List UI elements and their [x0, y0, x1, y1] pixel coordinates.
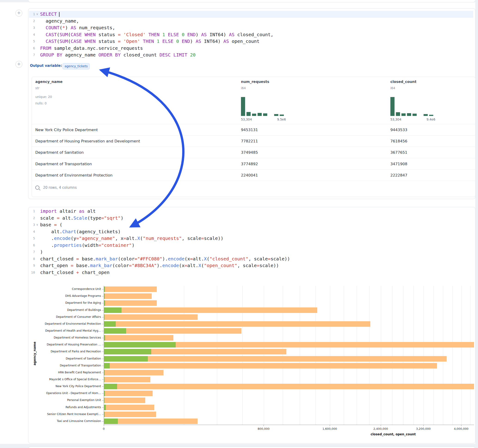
- code-token: INT64): [207, 32, 229, 37]
- y-axis-tick: [102, 380, 104, 380]
- table-cell: 9453131: [241, 124, 258, 136]
- open-count-bar: [104, 377, 104, 382]
- code-token: scale)): [271, 256, 290, 261]
- table-cell: Department of Housing Preservation and D…: [35, 136, 140, 147]
- code-text: scale = alt.Scale(type="sqrt"): [40, 215, 123, 222]
- code-token: =: [123, 236, 126, 241]
- code-line[interactable]: 1∨SELECT: [29, 11, 473, 18]
- code-line[interactable]: 3 COUNT(*) AS num_requests,: [29, 25, 473, 31]
- code-token: closed_count,: [234, 32, 273, 37]
- code-token: , scale: [182, 236, 201, 241]
- python-code-editor[interactable]: 1import altair as alt2scale = alt.Scale(…: [29, 208, 473, 276]
- code-token: "open_count": [204, 263, 238, 268]
- code-token: =: [76, 256, 79, 261]
- code-token: [82, 32, 85, 37]
- code-token: encode: [54, 236, 70, 241]
- code-line[interactable]: 1import altair as alt: [29, 208, 473, 215]
- code-token: =: [268, 256, 270, 261]
- code-token: (: [207, 256, 210, 261]
- column-stat: nulls: 0: [35, 101, 47, 105]
- output-variable-chip[interactable]: agency_tickets: [63, 63, 90, 69]
- code-line[interactable]: 4 CAST(SUM(CASE WHEN status = 'Closed' T…: [29, 31, 473, 38]
- code-token: alt.: [126, 236, 137, 241]
- gridline: [283, 286, 283, 425]
- code-token: alt.: [187, 263, 198, 268]
- code-token: =: [118, 38, 121, 44]
- gridline: [344, 286, 344, 425]
- table-row[interactable]: New York City Police Department945313194…: [32, 124, 475, 136]
- code-token: chart_closed: [40, 256, 76, 261]
- y-axis-label: Mayorâ€ s Office of Special Enforce…: [28, 378, 101, 381]
- gridline: [315, 286, 316, 425]
- code-token: scale)): [259, 263, 279, 268]
- gridline: [470, 286, 470, 425]
- code-line[interactable]: 6FROM sample_data.nyc.service_requests: [29, 45, 473, 52]
- search-icon[interactable]: [35, 186, 39, 190]
- plus-icon: +: [17, 10, 21, 15]
- code-token: [121, 32, 123, 37]
- table-row[interactable]: Department of Transportation377489234719…: [32, 158, 475, 170]
- y-axis-label: Taxi and Limousine Commission: [28, 419, 101, 423]
- line-number: 1: [29, 11, 35, 18]
- open-count-bar: [104, 398, 104, 403]
- fold-chevron-icon[interactable]: ∨: [36, 221, 38, 228]
- code-line[interactable]: 10chart_closed + chart_open: [29, 269, 473, 276]
- y-axis-tick: [102, 317, 104, 317]
- code-token: [179, 38, 182, 44]
- gridline: [300, 286, 300, 425]
- code-line[interactable]: 7): [29, 249, 473, 255]
- code-line[interactable]: 3∨base = (: [29, 221, 473, 228]
- line-number: 5: [29, 235, 35, 242]
- column-header[interactable]: agency_name: [35, 80, 63, 84]
- table-cell: 2240041: [241, 170, 258, 181]
- column-header[interactable]: closed_count: [390, 80, 416, 84]
- x-axis-tick: [381, 425, 381, 426]
- code-line[interactable]: 6 .properties(width="container"): [29, 242, 473, 249]
- sql-code-editor[interactable]: 1∨SELECT2 agency_name,3 COUNT(*) AS num_…: [29, 11, 473, 59]
- table-cell: 3471908: [390, 158, 408, 170]
- code-token: scale: [40, 215, 57, 221]
- code-token: =: [76, 236, 79, 241]
- code-line[interactable]: 7GROUP BY agency_name ORDER BY closed_co…: [29, 52, 473, 59]
- code-token: chart_open: [79, 270, 110, 275]
- column-header[interactable]: num_requests: [241, 80, 269, 84]
- code-token: (color: [118, 256, 134, 261]
- code-line[interactable]: 2 agency_name,: [29, 18, 473, 25]
- table-row[interactable]: Department of Sanitation37494853677651: [32, 147, 475, 158]
- histogram-min-label: 53,304: [390, 118, 401, 121]
- open-count-bar: [104, 349, 151, 355]
- code-token: chart_open: [40, 263, 70, 268]
- x-axis-tick: [104, 425, 104, 426]
- table-row[interactable]: Department of Housing Preservation and D…: [32, 135, 475, 147]
- closed-count-bar: [104, 370, 164, 375]
- add-cell-button[interactable]: +: [15, 10, 22, 17]
- code-token: =: [184, 263, 187, 268]
- code-line[interactable]: 8chart_closed = base.mark_bar(color="#FF…: [29, 255, 473, 262]
- gridline: [184, 286, 184, 425]
- chart-plot-area[interactable]: [104, 286, 474, 425]
- histogram-max-label: 9.4e6: [427, 118, 435, 121]
- code-token: "#8BC34A": [132, 263, 157, 268]
- line-number: 1: [29, 208, 35, 215]
- code-token: SELECT: [40, 11, 57, 17]
- table-cell: 3749485: [241, 147, 258, 158]
- line-number: 7: [29, 249, 35, 255]
- code-line[interactable]: 9chart_open = base.mark_bar(color="#8BC3…: [29, 262, 473, 269]
- code-token: "#FFC080": [137, 256, 162, 261]
- x-axis-tick: [264, 425, 264, 426]
- code-line[interactable]: 5 CAST(SUM(CASE WHEN status = 'Open' THE…: [29, 38, 473, 45]
- code-line[interactable]: 5 .encode(y="agency_name", x=alt.X("num_…: [29, 235, 473, 242]
- code-token: "num_requests": [143, 236, 182, 241]
- code-line[interactable]: 2scale = alt.Scale(type="sqrt"): [29, 215, 473, 222]
- code-line[interactable]: 4 alt.Chart(agency_tickets): [29, 228, 473, 235]
- table-row[interactable]: Department of Environmental Protection22…: [32, 169, 475, 181]
- fold-chevron-icon[interactable]: ∨: [36, 11, 38, 18]
- code-token: 1: [157, 38, 160, 44]
- add-cell-button[interactable]: +: [15, 61, 22, 68]
- gridline: [217, 286, 217, 425]
- line-number: 4: [29, 228, 35, 235]
- open-count-bar: [104, 286, 105, 292]
- x-axis-label: 2,400,000: [365, 427, 397, 430]
- code-token: =: [57, 215, 59, 221]
- code-token: (agency_tickets): [76, 229, 121, 234]
